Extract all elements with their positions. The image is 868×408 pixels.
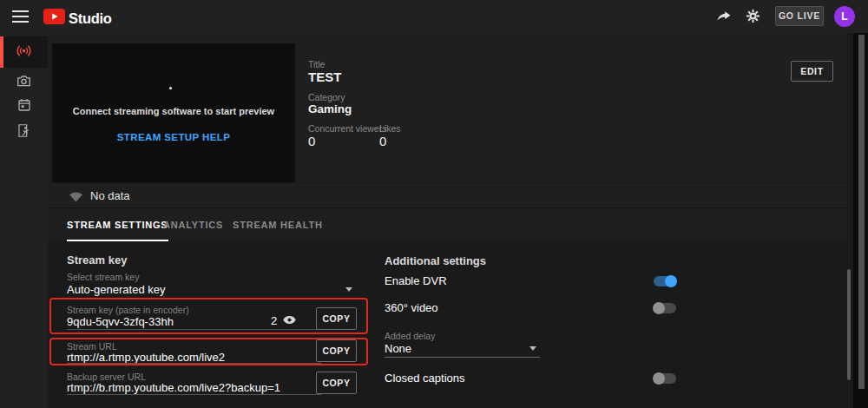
- youtube-studio-live-dashboard: Studio GO LIVE L: [0, 0, 868, 408]
- account-avatar[interactable]: L: [834, 6, 855, 27]
- backup-url-value[interactable]: rtmp://b.rtmp.youtube.com/live2?backup=1: [67, 381, 280, 394]
- eye-icon[interactable]: [282, 313, 297, 331]
- broadcast-live-icon: [15, 42, 33, 63]
- stream-settings-panel: Stream key Select stream key Auto-genera…: [48, 241, 847, 408]
- reveal-count: 2: [271, 314, 277, 327]
- no-data-status: No data: [90, 189, 130, 202]
- enable-dvr-toggle[interactable]: [654, 276, 676, 286]
- page-scrollbar-thumb[interactable]: [858, 35, 865, 389]
- copy-stream-key-button[interactable]: COPY: [316, 307, 357, 330]
- tab-analytics[interactable]: ANALYTICS: [163, 208, 223, 241]
- calendar-icon: [16, 97, 32, 116]
- chevron-down-icon[interactable]: [345, 287, 352, 292]
- stream-key-select[interactable]: Auto-generated key: [67, 283, 165, 296]
- signal-strength-icon: [68, 188, 84, 208]
- stream-url-value[interactable]: rtmp://a.rtmp.youtube.com/live2: [67, 351, 225, 364]
- concurrent-viewers-label: Concurrent viewers: [308, 123, 386, 134]
- video-360-label: 360° video: [385, 301, 438, 314]
- chevron-down-icon[interactable]: [529, 346, 536, 351]
- sidebar-item-exit[interactable]: [0, 116, 48, 148]
- added-delay-select[interactable]: None: [385, 342, 411, 355]
- stream-url-underline: [67, 363, 321, 364]
- stream-setup-help-link[interactable]: STREAM SETUP HELP: [52, 132, 295, 142]
- added-delay-label: Added delay: [385, 331, 435, 341]
- youtube-studio-logo[interactable]: Studio: [43, 9, 112, 28]
- video-360-toggle[interactable]: [654, 303, 676, 313]
- stream-title: TEST: [308, 69, 341, 84]
- concurrent-viewers-value: 0: [308, 134, 315, 148]
- closed-captions-label: Closed captions: [385, 372, 465, 385]
- loading-dot: [169, 87, 172, 89]
- category-label: Category: [308, 92, 345, 102]
- likes-value: 0: [379, 134, 386, 148]
- stream-preview-player: Connect streaming software to start prev…: [52, 43, 295, 182]
- likes-label: Likes: [379, 123, 401, 134]
- top-bar: Studio GO LIVE L: [0, 0, 868, 33]
- stream-key-label: Stream key (paste in encoder): [67, 305, 189, 315]
- stream-health-status-row: No data: [48, 182, 847, 208]
- hamburger-menu-icon[interactable]: [12, 10, 29, 23]
- stream-key-value[interactable]: 9qdu-5qvv-3zfq-33hh: [67, 315, 174, 328]
- stream-category: Gaming: [308, 102, 352, 115]
- edit-button[interactable]: EDIT: [791, 61, 833, 82]
- tab-bar: STREAM SETTINGS ANALYTICS STREAM HEALTH: [48, 208, 847, 241]
- youtube-logo-icon: [43, 9, 65, 28]
- page-scrollbar-track: [853, 33, 868, 408]
- copy-stream-url-button[interactable]: COPY: [316, 339, 357, 362]
- preview-message: Connect streaming software to start prev…: [52, 106, 295, 116]
- title-label: Title: [308, 59, 325, 69]
- added-delay-underline: [385, 357, 540, 358]
- tab-stream-health[interactable]: STREAM HEALTH: [233, 208, 323, 241]
- copy-backup-url-button[interactable]: COPY: [316, 372, 357, 394]
- exit-runner-icon: [16, 122, 32, 142]
- backup-url-underline: [67, 394, 321, 395]
- stream-key-heading: Stream key: [67, 253, 127, 267]
- settings-gear-icon[interactable]: [745, 8, 762, 25]
- settings-scrollbar-thumb[interactable]: [847, 269, 851, 380]
- additional-settings-heading: Additional settings: [385, 254, 486, 267]
- go-live-button[interactable]: GO LIVE: [775, 6, 824, 26]
- sidebar-item-stream[interactable]: [0, 36, 48, 68]
- stream-overview-card: Connect streaming software to start prev…: [48, 33, 847, 208]
- camera-icon: [16, 73, 32, 93]
- select-stream-key-label: Select stream key: [67, 272, 139, 282]
- tab-stream-settings[interactable]: STREAM SETTINGS: [67, 208, 168, 241]
- brand-title: Studio: [69, 10, 112, 27]
- share-icon[interactable]: [715, 8, 733, 25]
- closed-captions-toggle[interactable]: [654, 373, 676, 384]
- enable-dvr-label: Enable DVR: [385, 274, 447, 287]
- left-sidebar: [0, 33, 48, 408]
